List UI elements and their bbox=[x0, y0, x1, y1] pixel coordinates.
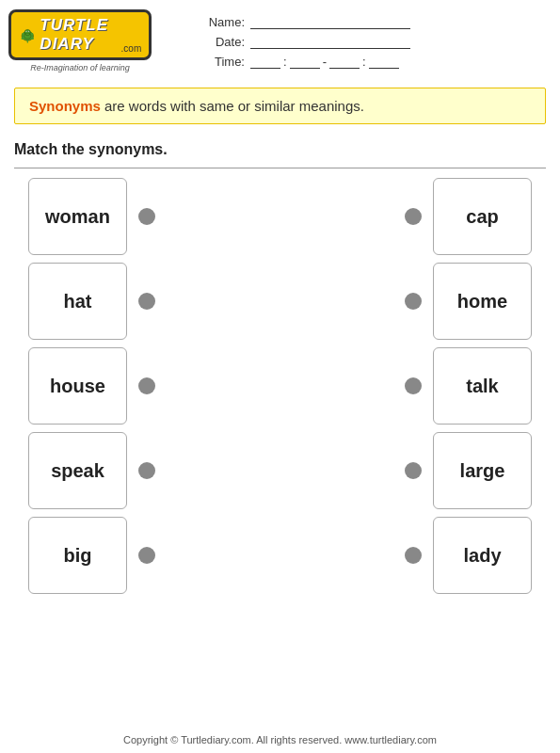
logo-box: TURTLE DIARY .com bbox=[8, 9, 152, 60]
left-side: big bbox=[28, 517, 155, 594]
right-dot[interactable] bbox=[405, 208, 422, 225]
left-word: speak bbox=[51, 460, 104, 482]
right-side: lady bbox=[405, 517, 532, 594]
name-input[interactable] bbox=[250, 14, 410, 29]
synonyms-highlight: Synonyms bbox=[29, 98, 101, 114]
right-word-card[interactable]: lady bbox=[433, 517, 532, 594]
right-word-card[interactable]: cap bbox=[433, 178, 532, 255]
left-word-card[interactable]: speak bbox=[28, 432, 127, 509]
name-row: Name: bbox=[202, 14, 546, 29]
left-word: big bbox=[64, 545, 92, 567]
svg-point-1 bbox=[24, 29, 30, 35]
info-box: Synonyms are words with same or similar … bbox=[14, 88, 546, 124]
match-row: big lady bbox=[28, 517, 532, 594]
match-row: house talk bbox=[28, 347, 532, 425]
date-input[interactable] bbox=[250, 34, 410, 49]
left-word-card[interactable]: woman bbox=[28, 178, 127, 255]
left-side: house bbox=[28, 347, 155, 425]
right-word: cap bbox=[466, 206, 498, 228]
right-word: home bbox=[457, 291, 507, 312]
left-side: speak bbox=[28, 432, 155, 509]
right-dot[interactable] bbox=[405, 547, 422, 564]
matching-area: woman cap hat home bbox=[0, 178, 560, 594]
logo-com: .com bbox=[121, 43, 142, 54]
left-word-card[interactable]: hat bbox=[28, 263, 127, 340]
logo-area: TURTLE DIARY .com Re-Imagination of lear… bbox=[14, 9, 146, 72]
left-dot[interactable] bbox=[138, 547, 155, 564]
right-word-card[interactable]: large bbox=[433, 432, 532, 509]
left-dot[interactable] bbox=[138, 462, 155, 479]
divider bbox=[14, 168, 546, 168]
right-side: cap bbox=[405, 178, 532, 255]
left-dot[interactable] bbox=[138, 377, 155, 394]
name-label: Name: bbox=[202, 15, 245, 29]
time-label: Time: bbox=[202, 55, 245, 69]
left-word: house bbox=[50, 376, 105, 397]
right-dot[interactable] bbox=[405, 377, 422, 394]
time-sec1-input[interactable] bbox=[329, 54, 360, 69]
right-word: large bbox=[460, 460, 505, 482]
left-word: woman bbox=[45, 206, 110, 228]
match-row: speak large bbox=[28, 432, 532, 509]
right-word: talk bbox=[466, 376, 498, 397]
right-word-card[interactable]: home bbox=[433, 263, 532, 340]
footer: Copyright © Turtlediary.com. All rights … bbox=[0, 734, 560, 745]
time-sec2-input[interactable] bbox=[369, 54, 399, 69]
left-dot[interactable] bbox=[138, 208, 155, 225]
right-side: talk bbox=[405, 347, 532, 425]
left-dot[interactable] bbox=[138, 293, 155, 310]
time-row: Time: : - : bbox=[202, 54, 546, 69]
left-side: woman bbox=[28, 178, 155, 255]
match-row: woman cap bbox=[28, 178, 532, 255]
svg-point-10 bbox=[28, 31, 29, 32]
info-text: are words with same or similar meanings. bbox=[101, 98, 364, 114]
svg-point-9 bbox=[26, 31, 27, 32]
right-side: large bbox=[405, 432, 532, 509]
left-word-card[interactable]: big bbox=[28, 517, 127, 594]
logo-tagline: Re-Imagination of learning bbox=[30, 63, 130, 72]
right-dot[interactable] bbox=[405, 462, 422, 479]
time-min-input[interactable] bbox=[290, 54, 320, 69]
right-side: home bbox=[405, 263, 532, 340]
logo-title: TURTLE DIARY bbox=[40, 16, 119, 54]
right-dot[interactable] bbox=[405, 293, 422, 310]
date-label: Date: bbox=[202, 35, 245, 49]
right-word-card[interactable]: talk bbox=[433, 347, 532, 425]
left-word-card[interactable]: house bbox=[28, 347, 127, 425]
left-word: hat bbox=[64, 291, 92, 312]
date-row: Date: bbox=[202, 34, 546, 49]
instructions: Match the synonyms. bbox=[0, 132, 560, 163]
right-word: lady bbox=[463, 545, 501, 567]
match-row: hat home bbox=[28, 263, 532, 340]
turtle-icon bbox=[19, 22, 37, 48]
header: TURTLE DIARY .com Re-Imagination of lear… bbox=[0, 0, 560, 80]
form-fields: Name: Date: Time: : - : bbox=[146, 9, 546, 69]
time-hour-input[interactable] bbox=[250, 54, 280, 69]
left-side: hat bbox=[28, 263, 155, 340]
